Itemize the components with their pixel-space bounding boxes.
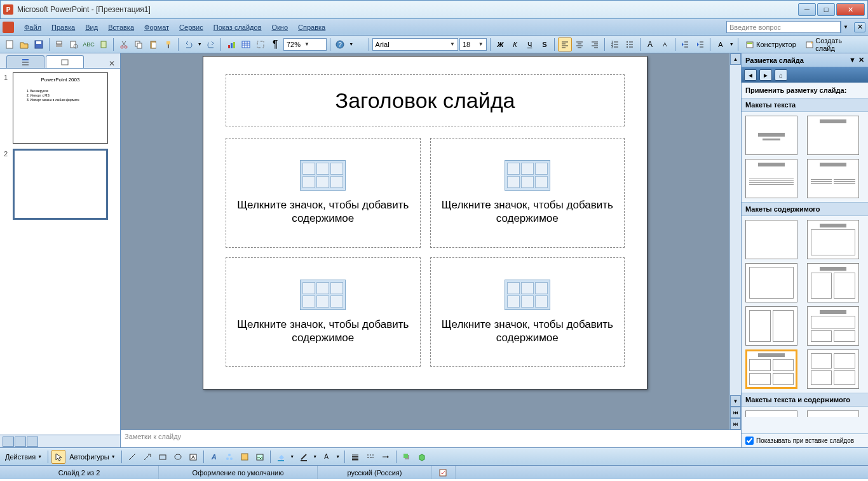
shadow-icon[interactable]: S (538, 37, 551, 51)
show-hide-icon[interactable]: ¶ (269, 37, 282, 51)
normal-view-button[interactable] (3, 437, 14, 447)
menu-edit[interactable]: Правка (46, 22, 80, 33)
content-placeholder-2[interactable]: Щелкните значок, чтобы добавить содержим… (430, 138, 625, 248)
undo-icon[interactable] (182, 37, 195, 51)
textbox-icon[interactable]: A (186, 450, 200, 464)
menu-help[interactable]: Справка (293, 22, 330, 33)
slide-thumbnail-2[interactable] (13, 149, 108, 220)
slides-tab[interactable] (46, 55, 84, 68)
save-icon[interactable] (32, 37, 45, 51)
new-icon[interactable] (3, 37, 16, 51)
layout-title-bullets[interactable] (745, 159, 797, 198)
undo-dropdown[interactable]: ▼ (196, 37, 203, 51)
font-color-draw-icon[interactable]: A (320, 450, 334, 464)
ask-dropdown-arrow[interactable]: ▼ (841, 21, 850, 33)
designer-button[interactable]: Конструктор (742, 39, 800, 50)
fill-color-dropdown[interactable]: ▼ (289, 450, 295, 464)
system-menu-icon[interactable] (3, 22, 14, 33)
new-slide-button[interactable]: Создать слайд (801, 36, 865, 53)
menu-tools[interactable]: Сервис (174, 22, 208, 33)
line-style-icon[interactable] (348, 450, 362, 464)
bold-icon[interactable]: Ж (494, 37, 507, 51)
task-pane-dropdown-icon[interactable]: ▼ (849, 56, 856, 64)
scroll-down-button[interactable]: ▼ (730, 395, 741, 407)
scroll-up-button[interactable]: ▲ (730, 53, 741, 65)
slideshow-view-button[interactable] (27, 437, 38, 447)
3d-style-icon[interactable] (415, 450, 429, 464)
paste-icon[interactable] (147, 37, 160, 51)
nav-forward-button[interactable]: ► (759, 69, 772, 81)
research-icon[interactable] (97, 37, 110, 51)
help-icon[interactable]: ? (334, 37, 347, 51)
layout-scroll-area[interactable]: Макеты текста Макеты содержимого Макеты … (742, 98, 868, 433)
spellcheck-icon[interactable]: ABC (82, 37, 95, 51)
nav-back-button[interactable]: ◄ (744, 69, 757, 81)
outline-tab[interactable] (6, 55, 44, 68)
bullet-list-icon[interactable] (623, 37, 636, 51)
open-icon[interactable] (17, 37, 31, 51)
content-placeholder-1[interactable]: Щелкните значок, чтобы добавить содержим… (226, 138, 421, 248)
align-center-icon[interactable] (573, 37, 587, 51)
menu-slideshow[interactable]: Показ слайдов (208, 22, 267, 33)
font-combo[interactable]: Arial ▼ (372, 38, 458, 51)
close-button[interactable]: ✕ (836, 3, 865, 16)
prev-slide-button[interactable]: ⏮ (730, 407, 741, 418)
menu-window[interactable]: Окно (267, 22, 294, 33)
menu-format[interactable]: Формат (139, 22, 174, 33)
notes-pane[interactable]: Заметки к слайду (121, 430, 741, 447)
next-slide-button[interactable]: ⏭ (730, 418, 741, 430)
autoshapes-menu[interactable]: Автофигуры▼ (67, 452, 118, 462)
vertical-scrollbar[interactable]: ▲ ▼ ⏮ ⏭ (729, 53, 741, 430)
font-color-draw-dropdown[interactable]: ▼ (335, 450, 341, 464)
fill-color-icon[interactable] (274, 450, 288, 464)
clipart-icon[interactable] (238, 450, 252, 464)
content-icon-grid[interactable] (505, 160, 550, 191)
rectangle-icon[interactable] (156, 450, 170, 464)
content-icon-grid[interactable] (505, 280, 550, 310)
chart-icon[interactable] (224, 37, 238, 51)
table-icon[interactable] (239, 37, 252, 51)
numbered-list-icon[interactable]: 123 (608, 37, 621, 51)
print-icon[interactable] (53, 37, 66, 51)
pointer-icon[interactable] (51, 450, 65, 464)
increase-indent-icon[interactable] (693, 37, 707, 51)
layout-text-content-1[interactable] (745, 410, 797, 417)
font-size-combo[interactable]: 18 ▼ (459, 38, 487, 51)
font-color-icon[interactable]: A (714, 37, 727, 51)
underline-icon[interactable]: Ч (523, 37, 536, 51)
show-on-insert-checkbox[interactable] (745, 437, 754, 445)
increase-font-icon[interactable]: A (643, 37, 656, 51)
format-painter-icon[interactable] (161, 37, 175, 51)
layout-content-over[interactable] (807, 306, 859, 346)
arrow-style-icon[interactable] (379, 450, 393, 464)
layout-content[interactable] (807, 220, 859, 259)
content-placeholder-3[interactable]: Щелкните значок, чтобы добавить содержим… (226, 257, 421, 367)
tables-borders-icon[interactable] (254, 37, 268, 51)
redo-icon[interactable] (204, 37, 217, 51)
menu-insert[interactable]: Вставка (103, 22, 139, 33)
align-right-icon[interactable] (588, 37, 601, 51)
content-icon-grid[interactable] (300, 280, 346, 310)
minimize-button[interactable]: ─ (798, 3, 816, 16)
layout-text-content-2[interactable] (807, 410, 859, 417)
slide-canvas[interactable]: Заголовок слайда Щелкните значок, чтобы … (203, 56, 648, 390)
nav-home-button[interactable]: ⌂ (775, 69, 787, 81)
menu-view[interactable]: Вид (80, 22, 103, 33)
layout-title-only[interactable] (745, 116, 797, 155)
diagram-icon[interactable] (222, 450, 236, 464)
layout-four-content-notitle[interactable] (807, 349, 859, 389)
status-spellcheck-icon[interactable] (432, 466, 456, 479)
align-left-icon[interactable] (558, 37, 571, 51)
ask-question-box[interactable]: Введите вопрос (726, 21, 841, 33)
doc-close-button[interactable]: ✕ (854, 22, 865, 32)
layout-two-content-notitle[interactable] (745, 306, 797, 346)
menu-file[interactable]: Файл (19, 22, 46, 33)
print-preview-icon[interactable] (67, 37, 81, 51)
font-color-dropdown[interactable]: ▼ (728, 37, 735, 51)
layout-two-content[interactable] (807, 263, 859, 302)
slide-workspace[interactable]: Заголовок слайда Щелкните значок, чтобы … (121, 53, 729, 430)
layout-blank-title[interactable] (807, 116, 859, 155)
sorter-view-button[interactable] (15, 437, 26, 447)
content-placeholder-4[interactable]: Щелкните значок, чтобы добавить содержим… (430, 257, 625, 367)
content-icon-grid[interactable] (300, 160, 346, 191)
